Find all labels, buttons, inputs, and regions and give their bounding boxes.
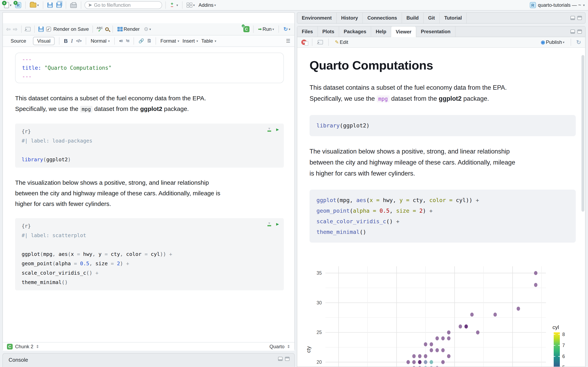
- console-title[interactable]: Console: [9, 357, 28, 363]
- open-file-button[interactable]: ▾: [29, 2, 40, 8]
- legend-cyl: cyl87654: [553, 324, 565, 367]
- popout-icon[interactable]: [25, 27, 31, 31]
- minimize-icon[interactable]: [571, 30, 575, 34]
- search-icon[interactable]: [105, 27, 109, 31]
- chevron-down-icon: ▾: [149, 27, 151, 31]
- project-menu[interactable]: R quarto-tutorials — ~ ▾: [530, 2, 585, 8]
- format-menu[interactable]: Format ▾: [160, 38, 179, 44]
- code-line: ---: [22, 72, 277, 81]
- outline-toggle-icon[interactable]: ☰: [286, 38, 290, 44]
- tab-tutorial[interactable]: Tutorial: [440, 13, 467, 23]
- tab-packages[interactable]: Packages: [339, 26, 371, 37]
- link-icon[interactable]: 🔗: [138, 38, 144, 44]
- publish-button[interactable]: ◉ Publish ▾: [540, 39, 565, 45]
- scrollbar-thumb[interactable]: [581, 55, 584, 212]
- code-chunk-scatterplot[interactable]: {r}#| label: scatterplot ggplot(mpg, aes…: [15, 218, 284, 290]
- new-file-button[interactable]: + ▾: [3, 2, 12, 8]
- run-all-above-icon[interactable]: ▼: [267, 127, 271, 132]
- divider: [165, 1, 166, 9]
- table-menu[interactable]: Table ▾: [201, 38, 216, 44]
- paragraph: This dataset contains a subset of the fu…: [310, 82, 577, 104]
- save-all-button[interactable]: [56, 2, 62, 8]
- viewer-document[interactable]: Quarto Computations This dataset contain…: [297, 48, 585, 367]
- render-button[interactable]: Render: [117, 26, 140, 33]
- paragraph-style-select[interactable]: Normal ▾: [91, 38, 110, 44]
- open-in-new-window-icon[interactable]: [318, 40, 323, 44]
- code-line: theme_minimal(): [22, 278, 277, 287]
- render-on-save-checkbox[interactable]: ✓: [46, 27, 51, 32]
- tab-help[interactable]: Help: [371, 26, 391, 37]
- inline-code-chip: mpg: [80, 106, 93, 113]
- chevron-down-icon: ▾: [178, 39, 179, 43]
- svg-text:20: 20: [316, 359, 322, 365]
- refresh-icon[interactable]: ↻: [576, 39, 581, 46]
- save-button[interactable]: [47, 2, 53, 8]
- image-icon[interactable]: 🖻: [147, 38, 151, 44]
- addins-menu[interactable]: Addins ▾: [198, 2, 217, 8]
- print-button[interactable]: [69, 2, 78, 8]
- clear-viewer-icon[interactable]: ✕: [301, 40, 307, 45]
- visual-editor-canvas[interactable]: ---title: "Quarto Computations"--- This …: [3, 47, 294, 342]
- maximize-icon[interactable]: [577, 16, 582, 20]
- new-project-icon: R+: [15, 2, 21, 8]
- chunk-position-label[interactable]: Chunk 2: [15, 344, 33, 350]
- maximize-icon[interactable]: [285, 357, 290, 361]
- tab-environment[interactable]: Environment: [297, 13, 337, 23]
- minimize-icon[interactable]: [278, 357, 283, 361]
- run-all-above-icon[interactable]: ▼: [267, 222, 271, 226]
- document-format-label[interactable]: Quarto: [269, 344, 285, 350]
- run-button[interactable]: ➡ Run ▾: [257, 26, 275, 33]
- chevron-down-icon: ▾: [108, 39, 110, 43]
- new-project-button[interactable]: R+: [14, 2, 22, 8]
- rerun-button[interactable]: ↻ ▾: [283, 26, 291, 33]
- maximize-icon[interactable]: [577, 30, 582, 34]
- tab-viewer[interactable]: Viewer: [391, 26, 416, 37]
- tab-files[interactable]: Files: [297, 26, 318, 37]
- files-tabstrip: FilesPlotsPackagesHelpViewerPresentation: [297, 26, 585, 37]
- back-icon[interactable]: ⇦: [6, 26, 11, 33]
- inline-code-icon[interactable]: </>: [76, 38, 81, 44]
- tab-connections[interactable]: Connections: [363, 13, 402, 23]
- goto-file-input[interactable]: ➤ Go to file/function: [85, 1, 162, 9]
- edit-button[interactable]: ✎ Edit: [334, 39, 349, 45]
- rstudio-window: { "app": { "toolbar": { "goto_placeholde…: [0, 0, 588, 367]
- updown-icon: ⇕: [36, 344, 39, 349]
- paragraph[interactable]: This dataset contains a subset of the fu…: [15, 93, 285, 115]
- forward-icon[interactable]: ⇨: [13, 26, 17, 33]
- visual-mode-button[interactable]: Visual: [33, 37, 54, 45]
- r-project-cube-icon: R: [530, 2, 536, 8]
- main-toolbar: + ▾ R+ ▾ ➤ Go to file/function +− ▾ ▾ Ad…: [0, 0, 588, 11]
- code-line: [22, 146, 277, 155]
- spellcheck-icon[interactable]: ABC✓: [96, 27, 103, 32]
- insert-menu[interactable]: Insert ▾: [182, 38, 198, 44]
- goto-file-placeholder: Go to file/function: [94, 2, 131, 8]
- run-chunk-icon[interactable]: ▶: [276, 221, 279, 226]
- pane-layout-button[interactable]: ▾: [186, 2, 196, 8]
- code-chunk-load-packages[interactable]: {r}#| label: load-packages library(ggplo…: [15, 124, 284, 167]
- run-chunk-icon[interactable]: ▶: [276, 127, 279, 132]
- tab-history[interactable]: History: [337, 13, 363, 23]
- minimize-icon[interactable]: [571, 16, 575, 20]
- code-line: {r}: [22, 221, 277, 231]
- source-mode-button[interactable]: Source: [7, 37, 30, 45]
- version-control-button[interactable]: +− ▾: [169, 2, 179, 8]
- print-icon: [70, 3, 77, 8]
- code-line: #| label: load-packages: [22, 136, 277, 146]
- render-settings-button[interactable]: ⚙ ▾: [143, 26, 152, 33]
- paragraph: The visualization below shows a positive…: [310, 146, 577, 179]
- chevron-down-icon: ▾: [196, 39, 198, 43]
- yaml-metadata-block[interactable]: ---title: "Quarto Computations"---: [15, 53, 284, 83]
- console-window-controls: [278, 357, 290, 361]
- italic-icon[interactable]: I: [71, 38, 73, 44]
- bold-icon[interactable]: B: [64, 38, 68, 44]
- numbered-list-icon[interactable]: ¹≡: [126, 38, 129, 44]
- paragraph[interactable]: The visualization below shows a positive…: [15, 177, 285, 209]
- tab-plots[interactable]: Plots: [318, 26, 339, 37]
- tab-git[interactable]: Git: [424, 13, 440, 23]
- plot-gridlines: [325, 266, 546, 367]
- tab-build[interactable]: Build: [402, 13, 424, 23]
- bullet-list-icon[interactable]: •≡: [119, 38, 123, 44]
- tab-presentation[interactable]: Presentation: [416, 26, 455, 37]
- insert-chunk-button[interactable]: C+: [243, 26, 250, 32]
- save-icon[interactable]: [38, 26, 44, 32]
